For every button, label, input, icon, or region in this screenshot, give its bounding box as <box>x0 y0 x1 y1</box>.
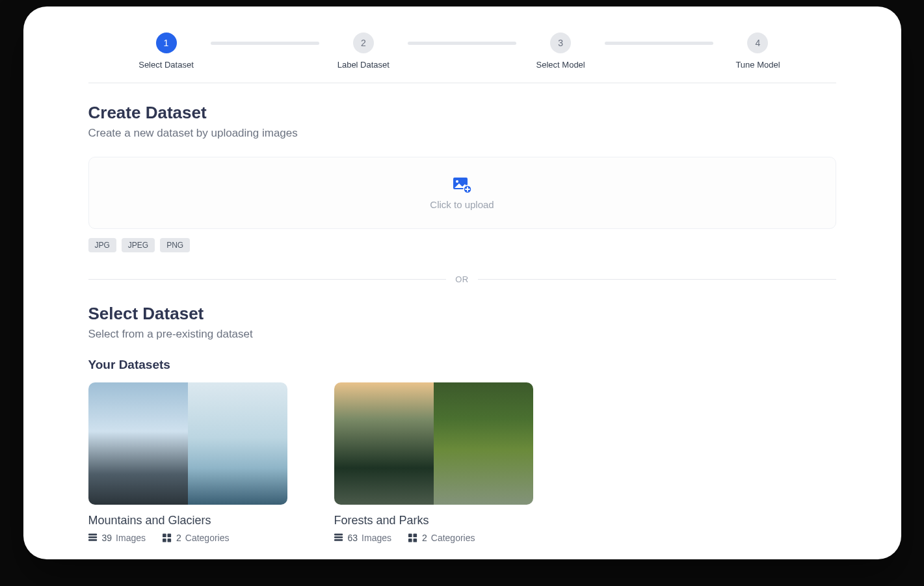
accepted-formats: JPG JPEG PNG <box>88 238 836 252</box>
create-dataset-subtitle: Create a new dataset by uploading images <box>88 127 836 140</box>
svg-rect-14 <box>414 533 417 537</box>
main-content: 1 Select Dataset 2 Label Dataset 3 Selec… <box>23 7 901 543</box>
step-label: Select Model <box>536 60 585 70</box>
thumbnail-image <box>334 382 434 505</box>
categories-meta: 2 Categories <box>163 533 230 543</box>
stack-icon <box>334 533 344 542</box>
images-count: 39 <box>102 533 112 543</box>
categories-count: 2 <box>176 533 181 543</box>
categories-label: Categories <box>185 533 230 543</box>
select-dataset-title: Select Dataset <box>88 304 836 324</box>
images-label: Images <box>362 533 391 543</box>
step-number: 3 <box>550 33 571 53</box>
your-datasets-heading: Your Datasets <box>88 358 836 372</box>
categories-count: 2 <box>422 533 427 543</box>
svg-rect-3 <box>88 533 97 535</box>
svg-rect-6 <box>163 533 166 537</box>
images-meta: 39 Images <box>88 533 146 543</box>
dataset-meta: 63 Images 2 Categories <box>334 533 533 543</box>
thumbnail-image <box>188 382 287 505</box>
dataset-meta: 39 Images 2 Categories <box>88 533 287 543</box>
step-select-model[interactable]: 3 Select Model <box>521 33 600 70</box>
or-label: OR <box>455 274 469 284</box>
svg-rect-8 <box>163 539 166 542</box>
categories-label: Categories <box>431 533 475 543</box>
dataset-thumbnails <box>88 382 287 505</box>
format-chip-jpeg: JPEG <box>122 238 155 252</box>
category-icon <box>408 533 418 542</box>
step-label: Tune Model <box>735 60 780 70</box>
format-chip-png: PNG <box>160 238 190 252</box>
step-label-dataset[interactable]: 2 Label Dataset <box>324 33 403 70</box>
select-dataset-subtitle: Select from a pre-existing dataset <box>88 328 836 341</box>
stepper-connector <box>605 42 713 45</box>
thumbnail-image <box>434 382 533 505</box>
dataset-name: Mountains and Glaciers <box>88 514 287 527</box>
svg-rect-7 <box>168 533 172 537</box>
stack-icon <box>88 533 98 542</box>
svg-rect-9 <box>168 539 172 542</box>
app-window: 1 Select Dataset 2 Label Dataset 3 Selec… <box>23 7 901 559</box>
step-number: 4 <box>747 33 768 53</box>
images-count: 63 <box>348 533 358 543</box>
dataset-cards: Mountains and Glaciers 39 Images 2 Categ… <box>88 382 836 543</box>
svg-rect-16 <box>414 539 417 542</box>
svg-rect-13 <box>408 533 412 537</box>
svg-rect-10 <box>334 533 343 535</box>
step-number: 2 <box>353 33 374 53</box>
svg-rect-5 <box>88 539 97 541</box>
images-meta: 63 Images <box>334 533 392 543</box>
thumbnail-image <box>88 382 188 505</box>
section-divider <box>88 83 836 83</box>
step-select-dataset[interactable]: 1 Select Dataset <box>127 33 205 70</box>
or-line-left <box>88 279 447 280</box>
stepper-connector <box>408 42 516 45</box>
step-number: 1 <box>156 33 177 53</box>
format-chip-jpg: JPG <box>88 238 116 252</box>
progress-stepper: 1 Select Dataset 2 Label Dataset 3 Selec… <box>88 33 836 70</box>
dataset-card-forests-and-parks[interactable]: Forests and Parks 63 Images 2 Categories <box>334 382 533 543</box>
step-label: Label Dataset <box>337 60 389 70</box>
svg-rect-11 <box>334 537 343 539</box>
step-tune-model[interactable]: 4 Tune Model <box>719 33 797 70</box>
step-label: Select Dataset <box>139 60 194 70</box>
upload-label: Click to upload <box>430 199 494 210</box>
stepper-connector <box>211 42 319 45</box>
svg-rect-15 <box>408 539 412 542</box>
upload-dropzone[interactable]: Click to upload <box>88 157 836 229</box>
dataset-card-mountains-and-glaciers[interactable]: Mountains and Glaciers 39 Images 2 Categ… <box>88 382 287 543</box>
image-add-icon <box>453 177 472 194</box>
create-dataset-title: Create Dataset <box>88 103 836 123</box>
or-divider: OR <box>88 274 836 284</box>
svg-rect-4 <box>88 537 97 539</box>
dataset-thumbnails <box>334 382 533 505</box>
categories-meta: 2 Categories <box>408 533 475 543</box>
svg-point-1 <box>456 180 458 183</box>
dataset-name: Forests and Parks <box>334 514 533 527</box>
category-icon <box>163 533 172 542</box>
images-label: Images <box>116 533 146 543</box>
svg-rect-12 <box>334 539 343 541</box>
or-line-right <box>478 279 836 280</box>
